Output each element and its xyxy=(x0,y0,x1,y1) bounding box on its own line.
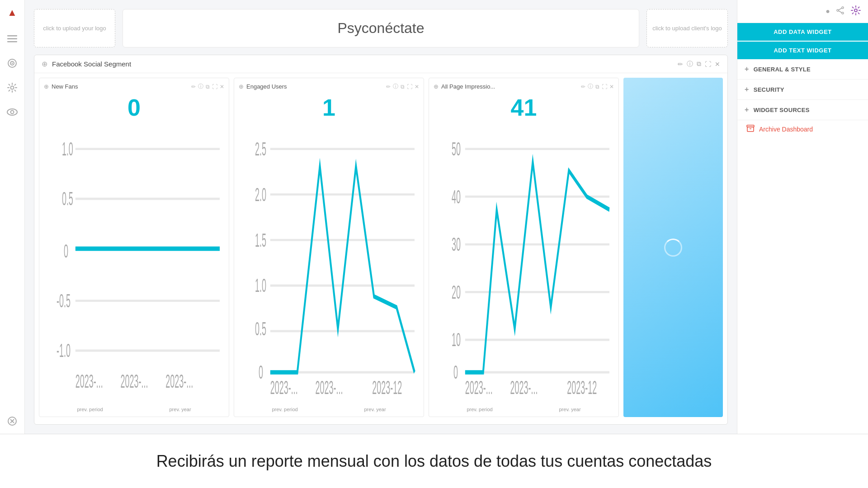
close-icon[interactable]: ✕ xyxy=(220,84,224,90)
help-icon[interactable] xyxy=(5,414,19,428)
drag-handle-engaged[interactable]: ⊕ xyxy=(239,83,244,90)
svg-point-55 xyxy=(842,7,844,9)
svg-line-59 xyxy=(839,11,842,13)
right-sidebar: ● ADD DATA WIDGET ADD TEXT WIDGET + GENE… xyxy=(737,0,868,434)
copy-icon[interactable]: ⧉ xyxy=(595,84,599,90)
expand-icon[interactable]: ⛶ xyxy=(602,84,607,90)
svg-point-60 xyxy=(854,9,857,12)
svg-text:2023-...: 2023-... xyxy=(75,370,103,391)
info-icon[interactable]: ⓘ xyxy=(198,83,203,90)
svg-text:0: 0 xyxy=(259,361,263,383)
share-icon[interactable] xyxy=(836,6,844,16)
engaged-users-chart: 2.5 2.0 1.5 1.0 0.5 0 xyxy=(239,123,419,405)
impressions-header: ⊕ All Page Impressio... ✏ ⓘ ⧉ ⛶ ✕ xyxy=(434,83,614,90)
info-icon[interactable]: ⓘ xyxy=(588,83,593,90)
archive-icon xyxy=(746,125,755,134)
plus-icon: + xyxy=(745,85,749,94)
close-icon[interactable]: ✕ xyxy=(609,84,614,90)
facebook-widget-section: ⊕ Facebook Social Segment ✏ ⓘ ⧉ ⛶ ✕ ⊕ xyxy=(34,55,728,425)
your-logo-upload[interactable]: click to upload your logo xyxy=(34,9,115,47)
svg-text:-1.0: -1.0 xyxy=(57,339,71,361)
svg-text:0.5: 0.5 xyxy=(255,318,266,339)
archive-dashboard-item[interactable]: Archive Dashboard xyxy=(737,120,868,138)
right-sidebar-header: ● xyxy=(737,0,868,23)
svg-text:30: 30 xyxy=(452,233,461,255)
svg-text:0: 0 xyxy=(453,361,458,383)
svg-text:0.5: 0.5 xyxy=(62,188,73,209)
header-row: click to upload your logo Psyconéctate c… xyxy=(34,9,728,47)
svg-text:10: 10 xyxy=(452,328,461,350)
info-icon[interactable]: ⓘ xyxy=(687,60,693,68)
svg-text:2023-12: 2023-12 xyxy=(567,376,597,398)
new-fans-value: 0 xyxy=(44,94,224,121)
widget-actions: ✏ ⓘ ⧉ ⛶ ✕ xyxy=(678,60,720,68)
engaged-users-footer: prev. period prev. year xyxy=(239,405,419,412)
edit-icon[interactable]: ✏ xyxy=(191,84,196,90)
target-icon[interactable] xyxy=(5,56,19,70)
widget-header: ⊕ Facebook Social Segment ✏ ⓘ ⧉ ⛶ ✕ xyxy=(34,55,727,73)
add-data-widget-button[interactable]: ADD DATA WIDGET xyxy=(737,23,868,41)
left-sidebar: ▲ xyxy=(0,0,25,434)
copy-icon[interactable]: ⧉ xyxy=(401,84,405,90)
client-logo-text: click to upload client's logo xyxy=(652,25,722,32)
svg-text:2023-12: 2023-12 xyxy=(372,376,402,398)
svg-text:1.5: 1.5 xyxy=(255,229,266,250)
archive-dashboard-label: Archive Dashboard xyxy=(759,126,813,133)
svg-point-5 xyxy=(12,63,13,64)
plus-icon: + xyxy=(745,106,749,114)
security-label: SECURITY xyxy=(754,86,784,93)
svg-point-6 xyxy=(11,86,14,89)
general-style-section[interactable]: + GENERAL & STYLE xyxy=(737,59,868,80)
add-text-widget-button[interactable]: ADD TEXT WIDGET xyxy=(737,42,868,59)
charts-row: ⊕ New Fans ✏ ⓘ ⧉ ⛶ ✕ 0 xyxy=(34,73,727,422)
svg-rect-2 xyxy=(7,41,17,42)
svg-text:2023-...: 2023-... xyxy=(465,376,493,398)
svg-text:1.0: 1.0 xyxy=(62,138,73,160)
engaged-users-icons: ✏ ⓘ ⧉ ⛶ ✕ xyxy=(386,83,419,90)
edit-icon[interactable]: ✏ xyxy=(386,84,391,90)
loading-widget xyxy=(623,78,723,417)
svg-text:2023-...: 2023-... xyxy=(510,376,538,398)
expand-icon[interactable]: ⛶ xyxy=(705,61,711,68)
spinner xyxy=(664,239,682,257)
dashboard-title: Psyconéctate xyxy=(123,9,639,47)
svg-text:20: 20 xyxy=(452,281,461,303)
new-fans-chart: 1.0 0.5 0 -0.5 -1.0 xyxy=(44,123,224,405)
expand-icon[interactable]: ⛶ xyxy=(407,84,412,90)
copy-icon[interactable]: ⧉ xyxy=(206,84,210,90)
svg-text:2023-...: 2023-... xyxy=(121,370,148,391)
widget-sources-section[interactable]: + WIDGET SOURCES xyxy=(737,100,868,120)
info-icon[interactable]: ⓘ xyxy=(393,83,398,90)
settings-icon[interactable] xyxy=(5,80,19,95)
impressions-chart: 50 40 30 20 10 0 xyxy=(434,123,614,405)
engaged-users-value: 1 xyxy=(239,94,419,121)
new-fans-title: New Fans xyxy=(52,83,78,90)
eye-icon[interactable] xyxy=(5,105,19,119)
dot-icon[interactable]: ● xyxy=(826,7,830,15)
content-area: click to upload your logo Psyconéctate c… xyxy=(25,0,737,434)
edit-icon[interactable]: ✏ xyxy=(581,84,585,90)
drag-handle-new-fans[interactable]: ⊕ xyxy=(44,83,49,90)
menu-icon[interactable] xyxy=(5,32,19,46)
svg-text:40: 40 xyxy=(452,185,461,207)
new-fans-footer: prev. period prev. year xyxy=(44,405,224,412)
close-icon[interactable]: ✕ xyxy=(415,84,419,90)
settings-wheel-icon[interactable] xyxy=(851,5,861,17)
security-section[interactable]: + SECURITY xyxy=(737,80,868,100)
app-logo[interactable]: ▲ xyxy=(5,5,19,20)
svg-text:2.0: 2.0 xyxy=(255,183,266,205)
general-style-label: GENERAL & STYLE xyxy=(754,66,811,73)
close-icon[interactable]: ✕ xyxy=(715,61,720,68)
drag-handle-impressions[interactable]: ⊕ xyxy=(434,83,439,90)
your-logo-text: click to upload your logo xyxy=(43,25,106,32)
engaged-users-widget: ⊕ Engaged Users ✏ ⓘ ⧉ ⛶ ✕ 1 xyxy=(234,78,424,417)
edit-icon[interactable]: ✏ xyxy=(678,61,683,68)
copy-icon[interactable]: ⧉ xyxy=(697,60,701,68)
client-logo-upload[interactable]: click to upload client's logo xyxy=(646,9,728,47)
expand-icon[interactable]: ⛶ xyxy=(212,84,217,90)
impressions-icons: ✏ ⓘ ⧉ ⛶ ✕ xyxy=(581,83,614,90)
new-fans-header: ⊕ New Fans ✏ ⓘ ⧉ ⛶ ✕ xyxy=(44,83,224,90)
svg-text:-0.5: -0.5 xyxy=(57,290,71,311)
svg-rect-1 xyxy=(7,38,17,40)
drag-handle[interactable]: ⊕ xyxy=(42,60,47,68)
